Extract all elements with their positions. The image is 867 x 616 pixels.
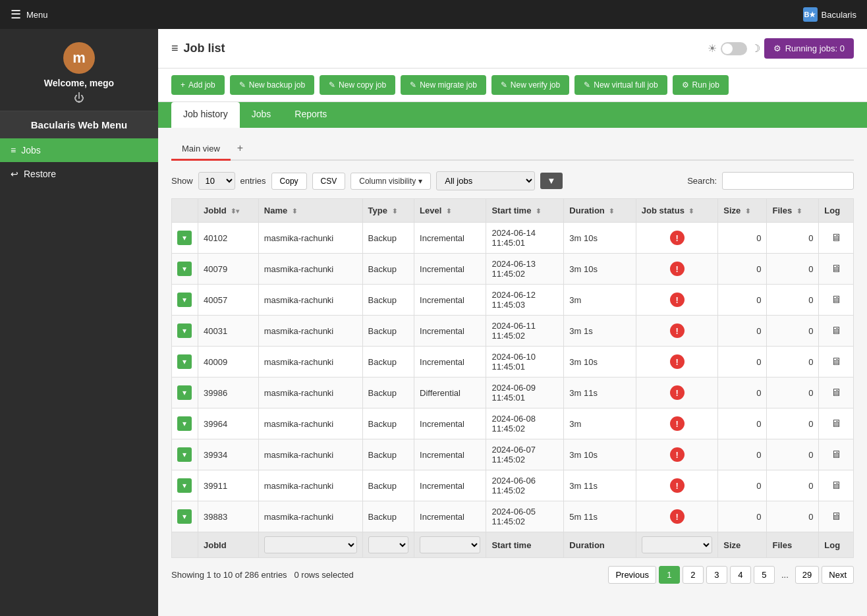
row-expand-cell[interactable]: ▾ bbox=[172, 501, 198, 532]
funnel-filter-button[interactable]: ▼ bbox=[540, 173, 562, 189]
page-3-button[interactable]: 3 bbox=[706, 566, 727, 584]
th-name[interactable]: Name ⬍ bbox=[258, 199, 362, 223]
expand-button[interactable]: ▾ bbox=[177, 354, 192, 369]
name-filter-select[interactable] bbox=[264, 536, 357, 553]
row-expand-cell[interactable]: ▾ bbox=[172, 223, 198, 254]
job-filter-select[interactable]: All jobs Backup jobs Restore jobs Copy j… bbox=[436, 171, 535, 190]
expand-button[interactable]: ▾ bbox=[177, 447, 192, 462]
search-input[interactable] bbox=[722, 172, 854, 190]
sidebar-item-jobs[interactable]: ≡ Jobs bbox=[0, 138, 158, 162]
row-expand-cell[interactable]: ▾ bbox=[172, 378, 198, 408]
entries-select[interactable]: 10 25 50 100 bbox=[198, 172, 235, 190]
cell-log[interactable]: 🖥 bbox=[819, 501, 854, 532]
status-error-badge: ! bbox=[670, 509, 685, 524]
running-jobs-button[interactable]: ⚙ Running jobs: 0 bbox=[764, 38, 854, 59]
row-expand-cell[interactable]: ▾ bbox=[172, 285, 198, 316]
log-icon[interactable]: 🖥 bbox=[831, 356, 841, 367]
expand-button[interactable]: ▾ bbox=[177, 385, 192, 400]
run-job-button[interactable]: ⚙ Run job bbox=[673, 75, 729, 95]
tfoot-level-filter[interactable] bbox=[414, 532, 486, 558]
th-type[interactable]: Type ⬍ bbox=[362, 199, 414, 223]
add-sub-tab-button[interactable]: + bbox=[231, 138, 250, 159]
new-copy-job-button[interactable]: ✎ New copy job bbox=[320, 75, 395, 95]
th-start-time[interactable]: Start time ⬍ bbox=[486, 199, 564, 223]
log-icon[interactable]: 🖥 bbox=[831, 418, 841, 429]
sub-tab-main-view[interactable]: Main view bbox=[171, 138, 231, 161]
theme-toggle-switch[interactable] bbox=[721, 42, 747, 55]
new-migrate-job-label: New migrate job bbox=[420, 80, 477, 90]
log-icon[interactable]: 🖥 bbox=[831, 325, 841, 336]
cell-log[interactable]: 🖥 bbox=[819, 285, 854, 316]
cell-log[interactable]: 🖥 bbox=[819, 408, 854, 439]
table-row: ▾ 39934 masmika-rachunki Backup Incremen… bbox=[172, 439, 854, 470]
th-jobid[interactable]: JobId ⬍▾ bbox=[198, 199, 259, 223]
log-icon[interactable]: 🖥 bbox=[831, 480, 841, 491]
level-filter-select[interactable] bbox=[420, 536, 480, 553]
expand-button[interactable]: ▾ bbox=[177, 231, 192, 245]
status-filter-select[interactable] bbox=[642, 536, 712, 553]
new-migrate-job-button[interactable]: ✎ New migrate job bbox=[401, 75, 486, 95]
type-filter-select[interactable] bbox=[368, 536, 409, 553]
status-error-badge: ! bbox=[670, 231, 685, 245]
row-expand-cell[interactable]: ▾ bbox=[172, 470, 198, 501]
tab-jobs[interactable]: Jobs bbox=[240, 102, 283, 128]
status-error-badge: ! bbox=[670, 478, 685, 493]
log-icon[interactable]: 🖥 bbox=[831, 263, 841, 274]
row-expand-cell[interactable]: ▾ bbox=[172, 408, 198, 439]
th-duration[interactable]: Duration ⬍ bbox=[564, 199, 636, 223]
page-29-button[interactable]: 29 bbox=[795, 566, 819, 584]
page-1-button[interactable]: 1 bbox=[659, 566, 680, 584]
expand-button[interactable]: ▾ bbox=[177, 323, 192, 338]
log-icon[interactable]: 🖥 bbox=[831, 387, 841, 398]
page-2-button[interactable]: 2 bbox=[683, 566, 704, 584]
row-expand-cell[interactable]: ▾ bbox=[172, 316, 198, 347]
power-icon[interactable]: ⏻ bbox=[74, 92, 84, 104]
page-4-button[interactable]: 4 bbox=[730, 566, 751, 584]
row-expand-cell[interactable]: ▾ bbox=[172, 439, 198, 470]
cell-log[interactable]: 🖥 bbox=[819, 439, 854, 470]
csv-button[interactable]: CSV bbox=[312, 173, 346, 190]
sidebar-user: m Welcome, mego ⏻ bbox=[0, 29, 158, 111]
cell-level: Incremental bbox=[414, 501, 486, 532]
th-files[interactable]: Files ⬍ bbox=[767, 199, 819, 223]
log-icon[interactable]: 🖥 bbox=[831, 449, 841, 460]
copy-button[interactable]: Copy bbox=[271, 173, 307, 190]
expand-button[interactable]: ▾ bbox=[177, 416, 192, 431]
expand-button[interactable]: ▾ bbox=[177, 293, 192, 307]
tfoot-name-filter[interactable] bbox=[258, 532, 362, 558]
new-verify-job-button[interactable]: ✎ New verify job bbox=[491, 75, 569, 95]
cell-log[interactable]: 🖥 bbox=[819, 470, 854, 501]
new-virtual-full-job-button[interactable]: ✎ New virtual full job bbox=[574, 75, 667, 95]
log-icon[interactable]: 🖥 bbox=[831, 232, 841, 243]
page-5-button[interactable]: 5 bbox=[754, 566, 775, 584]
sidebar-item-restore[interactable]: ↩ Restore bbox=[0, 162, 158, 186]
cell-log[interactable]: 🖥 bbox=[819, 223, 854, 254]
tfoot-start-time-label: Start time bbox=[486, 532, 564, 558]
expand-button[interactable]: ▾ bbox=[177, 262, 192, 276]
tfoot-type-filter[interactable] bbox=[362, 532, 414, 558]
cell-log[interactable]: 🖥 bbox=[819, 347, 854, 378]
tfoot-status-filter[interactable] bbox=[636, 532, 717, 558]
avatar: m bbox=[63, 42, 95, 74]
new-backup-job-button[interactable]: ✎ New backup job bbox=[230, 75, 314, 95]
row-expand-cell[interactable]: ▾ bbox=[172, 254, 198, 285]
expand-button[interactable]: ▾ bbox=[177, 509, 192, 524]
expand-button[interactable]: ▾ bbox=[177, 478, 192, 493]
row-expand-cell[interactable]: ▾ bbox=[172, 347, 198, 378]
cell-log[interactable]: 🖥 bbox=[819, 378, 854, 408]
tab-reports[interactable]: Reports bbox=[283, 102, 339, 128]
showing-text: Showing 1 to 10 of 286 entries 0 rows se… bbox=[171, 570, 354, 580]
log-icon[interactable]: 🖥 bbox=[831, 294, 841, 305]
cell-log[interactable]: 🖥 bbox=[819, 316, 854, 347]
add-job-button[interactable]: + Add job bbox=[171, 75, 225, 95]
th-job-status[interactable]: Job status ⬍ bbox=[636, 199, 717, 223]
tab-job-history[interactable]: Job history bbox=[171, 102, 240, 128]
log-icon[interactable]: 🖥 bbox=[831, 511, 841, 522]
menu-toggle[interactable]: ☰ Menu bbox=[11, 7, 48, 22]
previous-page-button[interactable]: Previous bbox=[608, 566, 656, 584]
th-level[interactable]: Level ⬍ bbox=[414, 199, 486, 223]
next-page-button[interactable]: Next bbox=[822, 566, 854, 584]
th-size[interactable]: Size ⬍ bbox=[718, 199, 767, 223]
cell-log[interactable]: 🖥 bbox=[819, 254, 854, 285]
column-visibility-button[interactable]: Column visibility ▾ bbox=[350, 173, 431, 190]
